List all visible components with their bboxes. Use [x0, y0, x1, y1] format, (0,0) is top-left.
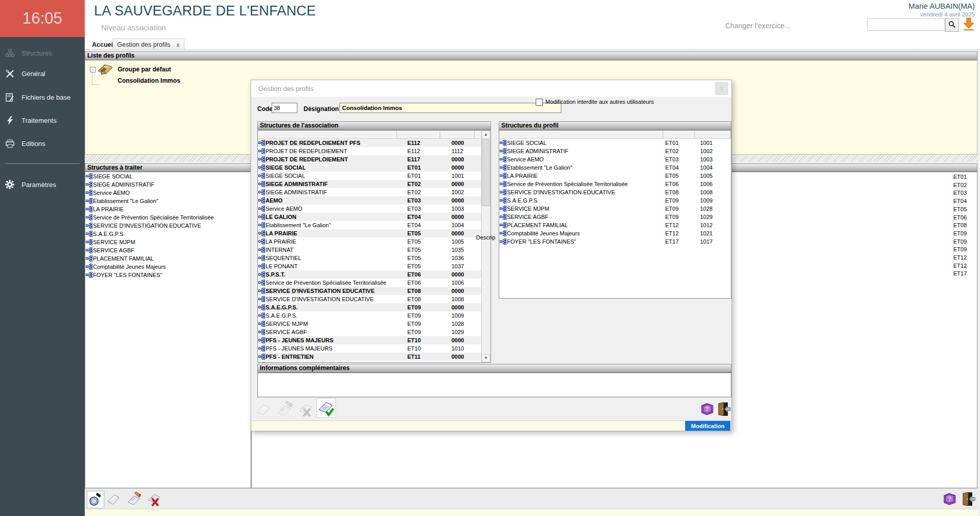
table-row[interactable]: LE PONANTET051037	[258, 262, 482, 270]
column-code[interactable]	[397, 131, 440, 138]
table-row[interactable]: Service de Prévention Spécialisée Territ…	[85, 213, 251, 222]
dialog-new-button[interactable]	[254, 400, 273, 418]
table-row[interactable]: Service AEMOET031003	[499, 155, 731, 163]
tab-gestion-des-profils[interactable]: Gestion des profils x	[112, 39, 184, 50]
modification-interdite-checkbox[interactable]	[536, 99, 543, 106]
table-row[interactable]: PLACEMENT FAMILIAL	[85, 254, 251, 263]
table-row[interactable]: Service AEMOET031003	[258, 205, 482, 213]
table-row[interactable]: SERVICE D'INVESTIGATION EDUCATIVEET08100…	[499, 188, 731, 196]
table-row[interactable]: Comptabilité Jeunes Majeurs	[85, 263, 251, 271]
designation-field[interactable]: Consolidation Immos	[340, 103, 561, 113]
search-input[interactable]	[868, 19, 945, 30]
column-num[interactable]	[695, 131, 731, 138]
column-name[interactable]	[258, 131, 397, 138]
table-row[interactable]: SIEGE ADMINISTRATIFET020000	[258, 180, 482, 188]
sidebar-item-structures[interactable]: Structures	[0, 45, 85, 61]
table-row[interactable]: Service de Prévention Spécialisée Territ…	[499, 180, 731, 188]
table-row[interactable]: S.P.S.T.ET060000	[258, 270, 482, 279]
code-field[interactable]: 38	[272, 103, 297, 113]
table-row[interactable]: LA PRAIRIEET051005	[258, 237, 482, 246]
table-row[interactable]: SERVICE AGBFET091029	[258, 328, 482, 336]
search-button[interactable]	[945, 19, 959, 32]
help-button[interactable]: ?	[941, 491, 958, 507]
informations-complementaires-field[interactable]	[258, 373, 731, 397]
table-row[interactable]: PFS - JEUNES MAJEURSET100000	[258, 336, 482, 344]
vertical-scrollbar[interactable]: ▲ ▼	[481, 131, 491, 362]
table-row[interactable]: SIEGE ADMINISTRATIF	[85, 180, 251, 189]
tree-group-label[interactable]: Groupe par défaut	[118, 66, 171, 73]
table-row[interactable]: SIEGE SOCIALET011001	[258, 172, 482, 180]
table-row[interactable]: SIEGE ADMINISTRATIFET021002	[499, 147, 731, 155]
structure-icon	[86, 173, 93, 179]
table-row[interactable]: SERVICE MJPM	[85, 238, 251, 246]
table-row[interactable]: PFS - ENTRETIENET110000	[258, 353, 482, 361]
view-button[interactable]	[87, 491, 104, 508]
table-row[interactable]: Etablissement "Le Galion"ET041004	[499, 163, 731, 172]
sidebar-item-traitements[interactable]: Traitements	[0, 113, 85, 128]
delete-button[interactable]	[146, 491, 163, 507]
scroll-down-icon[interactable]: ▼	[482, 354, 490, 362]
table-row[interactable]: S.A.E.G.P.S.	[85, 230, 251, 238]
tree-expand-icon[interactable]: -	[90, 67, 96, 72]
table-row[interactable]: SIEGE SOCIALET011001	[499, 139, 731, 147]
table-row[interactable]: S.A.E.G.P.S.ET091009	[258, 311, 482, 320]
table-row[interactable]: LA PRAIRIEET050000	[258, 229, 482, 237]
table-row[interactable]: SERVICE D'INVESTIGATION EDUCATIVE	[85, 222, 251, 230]
table-row[interactable]: PROJET DE REDEPLOIEMENTE1170000	[258, 155, 482, 163]
table-row[interactable]: SERVICE D'INVESTIGATION EDUCATIVEET08000…	[258, 287, 482, 295]
table-row[interactable]: SERVICE AGBF	[85, 246, 251, 254]
column-code[interactable]	[663, 131, 695, 138]
table-row[interactable]: PROJET DE REDEPLOIEMENTE1121112	[258, 147, 482, 155]
sidebar-item-general[interactable]: Général	[0, 66, 85, 81]
table-row[interactable]: S.A.E.G.P.S.ET091009	[499, 196, 731, 205]
table-row[interactable]: Etablissement "Le Galion"	[85, 197, 251, 205]
table-row[interactable]: SERVICE AGBFET091029	[499, 213, 731, 221]
table-row[interactable]: INTERNATET051035	[258, 246, 482, 254]
table-row[interactable]: Service de Prévention Spécialisée Territ…	[258, 279, 482, 287]
table-row[interactable]: LE GALIONET040000	[258, 213, 482, 221]
sidebar-item-parametres[interactable]: Paramètres	[0, 177, 85, 192]
dialog-exit-button[interactable]	[714, 400, 733, 418]
download-update-icon[interactable]	[962, 16, 977, 32]
table-row[interactable]: Service AEMO	[85, 189, 251, 197]
edit-button[interactable]	[126, 491, 142, 507]
table-row[interactable]: PFS - JEUNES MAJEURSET101010	[258, 344, 482, 353]
table-row[interactable]: LA PRAIRIE	[85, 205, 251, 213]
table-row[interactable]: PLACEMENT FAMILIALET121012	[499, 221, 731, 229]
table-row[interactable]: SIEGE SOCIAL	[85, 172, 251, 180]
tab-close-icon[interactable]: x	[177, 42, 180, 48]
change-exercise-link[interactable]: Changer l'exercice...	[725, 22, 790, 30]
table-row[interactable]: LA PRAIRIEET051005	[499, 172, 731, 180]
dialog-close-button[interactable]: x	[715, 82, 728, 95]
structure-name: SERVICE D'INVESTIGATION EDUCATIVE	[266, 288, 404, 294]
table-row[interactable]: FOYER "LES FONTAINES"ET171017	[499, 237, 731, 246]
table-row[interactable]: SEQUENTIELET051036	[258, 254, 482, 262]
table-row[interactable]: Etablissement "Le Galion"ET041004	[258, 221, 482, 229]
dialog-edit-button[interactable]	[276, 400, 294, 418]
tree-profile-label[interactable]: Consolidation Immos	[118, 77, 180, 84]
sidebar-item-fichiers-de-base[interactable]: Fichiers de base	[0, 89, 85, 105]
structure-code: ET05	[404, 263, 447, 269]
new-button[interactable]	[105, 491, 122, 507]
table-row[interactable]: SERVICE MJPMET091028	[499, 205, 731, 213]
table-row[interactable]: AEMOET030000	[258, 196, 482, 205]
table-row[interactable]: SIEGE SOCIALET010000	[258, 163, 482, 172]
table-row[interactable]: PROJET DE REDEPLOIEMENT PFSE1120000	[258, 139, 482, 147]
dialog-title-bar[interactable]: Gestion des profils x	[251, 80, 731, 97]
scrollbar-thumb[interactable]	[482, 139, 490, 206]
table-row[interactable]: Comptabilité Jeunes MajeursET121021	[499, 229, 731, 237]
column-num[interactable]	[440, 131, 475, 138]
exit-button[interactable]	[960, 491, 976, 507]
table-row[interactable]: FOYER "LES FONTAINES"	[85, 271, 251, 279]
dialog-delete-button[interactable]	[297, 400, 316, 418]
column-name[interactable]	[499, 131, 663, 138]
table-row[interactable]: S.A.E.G.P.S.ET090000	[258, 303, 482, 311]
table-row[interactable]: SIEGE ADMINISTRATIFET021002	[258, 188, 482, 196]
table-row[interactable]: SERVICE MJPMET091028	[258, 320, 482, 328]
dialog-help-button[interactable]: ?	[698, 400, 717, 418]
dialog-validate-button[interactable]	[317, 399, 335, 417]
sidebar-item-editions[interactable]: Editions	[0, 136, 85, 151]
scroll-up-icon[interactable]: ▲	[482, 131, 490, 139]
table-row[interactable]: SERVICE D'INVESTIGATION EDUCATIVEET08100…	[258, 295, 482, 303]
table-row[interactable]: PFS - ENTRETIENET111011	[258, 361, 482, 363]
